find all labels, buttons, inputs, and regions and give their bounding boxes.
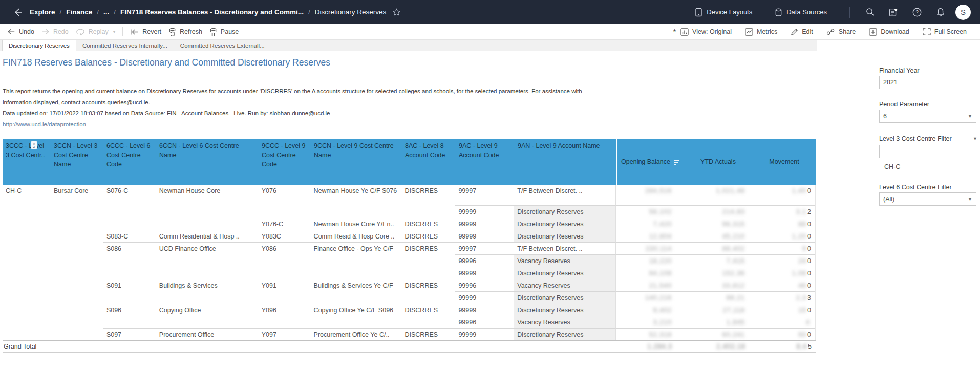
- l9ac-cell[interactable]: 99999: [455, 328, 514, 340]
- breadcrumb-explore[interactable]: Explore: [30, 8, 55, 16]
- l6cc-cell[interactable]: [103, 291, 156, 304]
- period-parameter-dropdown[interactable]: 6 ▼: [879, 110, 976, 123]
- ob-cell[interactable]: 58,102: [615, 205, 683, 218]
- ytd-cell[interactable]: 33,812: [683, 279, 752, 291]
- ob-cell[interactable]: 3,210: [615, 316, 683, 328]
- ob-cell[interactable]: 18,220: [615, 254, 683, 267]
- l6name-cell[interactable]: UCD Finance Office: [156, 242, 259, 254]
- search-icon[interactable]: [861, 4, 879, 21]
- column-header-ob[interactable]: Opening Balance: [616, 139, 684, 185]
- mov-cell[interactable]: 2,33: [752, 291, 815, 304]
- view-original-button[interactable]: * View: Original: [673, 28, 732, 36]
- l9name-cell[interactable]: [311, 254, 402, 267]
- l9name-cell[interactable]: [311, 205, 402, 218]
- l6cc-cell[interactable]: [103, 218, 156, 230]
- ob-cell[interactable]: 21,540: [615, 279, 683, 291]
- l6cc-cell[interactable]: [103, 254, 156, 267]
- ytd-cell[interactable]: 88,402: [683, 242, 752, 254]
- l9name-cell[interactable]: Copying Office Ye C/F S096: [311, 304, 402, 316]
- replay-button[interactable]: Replay ▾: [76, 28, 115, 35]
- l6name-cell[interactable]: [156, 267, 259, 279]
- l9name-cell[interactable]: [311, 267, 402, 279]
- level6-filter-dropdown[interactable]: (All) ▼: [879, 192, 976, 206]
- user-avatar[interactable]: S: [955, 5, 971, 20]
- mov-cell[interactable]: 150: [752, 304, 815, 316]
- notes-favorites-icon[interactable]: [885, 4, 902, 21]
- l9ac-cell[interactable]: 99999: [455, 218, 514, 230]
- l6name-cell[interactable]: Buildings & Services: [156, 279, 259, 291]
- l3name-cell[interactable]: [51, 267, 103, 279]
- ob-cell[interactable]: 64,108: [615, 267, 683, 279]
- l9ac-cell[interactable]: 99999: [455, 304, 514, 316]
- l3cc-cell[interactable]: [3, 230, 51, 242]
- mov-cell[interactable]: 1,400: [752, 185, 815, 205]
- l9name-cell[interactable]: [311, 291, 402, 304]
- download-button[interactable]: Download: [869, 28, 909, 36]
- l3cc-cell[interactable]: [3, 328, 51, 340]
- l9ac-cell[interactable]: 99997: [455, 185, 514, 205]
- l9cc-cell[interactable]: [259, 254, 311, 267]
- l6name-cell[interactable]: Procurement Office: [156, 328, 259, 340]
- ob-cell[interactable]: 52,318: [615, 328, 683, 340]
- mov-cell[interactable]: 240: [752, 254, 815, 267]
- level3-filter-search-input[interactable]: [879, 145, 976, 158]
- share-button[interactable]: Share: [826, 28, 856, 36]
- financial-year-input[interactable]: [879, 76, 976, 89]
- l6cc-cell[interactable]: [103, 205, 156, 218]
- favorite-star-icon[interactable]: [392, 8, 401, 16]
- l8ac-cell[interactable]: DISCRRES: [401, 242, 455, 254]
- column-header-l3name[interactable]: 3CCN - Level 3 Cost Centre Name: [51, 139, 103, 185]
- l9cc-cell[interactable]: Y091: [259, 279, 311, 291]
- l9name-cell[interactable]: Buildings & Services Ye C/F: [311, 279, 402, 291]
- column-header-l9cc[interactable]: 9CCC - Level 9 Cost Centre Code: [259, 139, 311, 185]
- l8ac-cell[interactable]: [401, 316, 455, 328]
- l9an-cell[interactable]: T/F Between Discret. ..: [514, 242, 615, 254]
- redo-button[interactable]: Redo: [41, 28, 69, 35]
- ob-cell[interactable]: 284,516: [615, 185, 683, 205]
- breadcrumb-ellipsis[interactable]: ...: [103, 8, 109, 16]
- column-header-ytd[interactable]: YTD Actuals: [684, 139, 753, 185]
- l9name-cell[interactable]: Comm Resid & Hosp Core ..: [311, 230, 402, 242]
- l3name-cell[interactable]: [51, 205, 103, 218]
- l6name-cell[interactable]: Copying Office: [156, 304, 259, 316]
- l6cc-cell[interactable]: [103, 267, 156, 279]
- column-header-l8ac[interactable]: 8AC - Level 8 Account Code: [402, 139, 456, 185]
- tab-committed-reserves-internally[interactable]: Committed Reserves Internally...: [76, 40, 174, 51]
- l8ac-cell[interactable]: DISCRRES: [401, 218, 455, 230]
- metrics-button[interactable]: Metrics: [745, 28, 777, 36]
- l3cc-cell[interactable]: [3, 218, 51, 230]
- l9cc-cell[interactable]: Y076-C: [259, 218, 311, 230]
- notifications-bell-icon[interactable]: [932, 4, 949, 21]
- column-header-mov[interactable]: Movement: [753, 139, 816, 185]
- l9ac-cell[interactable]: 99999: [455, 267, 514, 279]
- sort-bars-icon[interactable]: [674, 160, 679, 165]
- l3name-cell[interactable]: [51, 328, 103, 340]
- l3name-cell[interactable]: [51, 316, 103, 328]
- l6name-cell[interactable]: [156, 316, 259, 328]
- grand-total-ob-cell[interactable]: 1,284,3: [616, 341, 684, 352]
- l9ac-cell[interactable]: 99999: [455, 291, 514, 304]
- fullscreen-button[interactable]: Full Screen: [923, 28, 967, 35]
- column-header-l9an[interactable]: 9AN - Level 9 Account Name: [515, 139, 616, 185]
- l9an-cell[interactable]: Discretionary Reserves: [514, 267, 615, 279]
- l3name-cell[interactable]: [51, 304, 103, 316]
- l6cc-cell[interactable]: S091: [103, 279, 156, 291]
- l6cc-cell[interactable]: S096: [103, 304, 156, 316]
- mov-cell[interactable]: 3,12: [752, 205, 815, 218]
- grand-total-mov-cell[interactable]: 8,45: [753, 341, 816, 352]
- ob-cell[interactable]: 9,402: [615, 304, 683, 316]
- ytd-cell[interactable]: 96,315: [683, 218, 752, 230]
- l6name-cell[interactable]: Newman House Core: [156, 185, 259, 205]
- column-header-l9ac[interactable]: 9AC - Level 9 Account Code: [456, 139, 515, 185]
- pause-button[interactable]: Pause: [209, 28, 239, 36]
- back-arrow-icon[interactable]: [11, 6, 25, 19]
- l3cc-cell[interactable]: [3, 267, 51, 279]
- l9ac-cell[interactable]: 99996: [455, 254, 514, 267]
- l9ac-cell[interactable]: 99999: [455, 230, 514, 242]
- ytd-cell[interactable]: 7,415: [683, 254, 752, 267]
- l9an-cell[interactable]: Discretionary Reserves: [514, 205, 615, 218]
- l9an-cell[interactable]: Vacancy Reserves: [514, 316, 615, 328]
- l6cc-cell[interactable]: S076-C: [103, 185, 156, 205]
- l9cc-cell[interactable]: Y096: [259, 304, 311, 316]
- data-sources-button[interactable]: Data Sources: [775, 8, 827, 17]
